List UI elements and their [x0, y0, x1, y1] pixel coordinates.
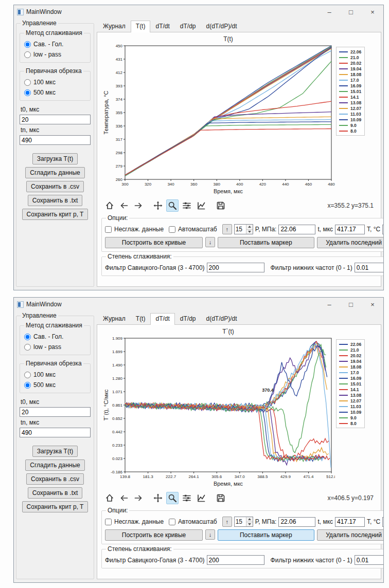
radio-500us[interactable]: 500 мкс — [24, 89, 87, 96]
home-icon[interactable] — [103, 492, 116, 504]
lowpass-filter-input[interactable] — [355, 555, 384, 565]
configure-subplots-icon[interactable] — [181, 492, 193, 504]
radio-500us-input[interactable] — [24, 89, 31, 96]
radio-savgol[interactable]: Сав. - Гол. — [24, 333, 87, 340]
curve-index-spinner[interactable]: 15 — [234, 517, 253, 527]
titlebar[interactable]: MainWindow – □ × — [14, 5, 383, 19]
pressure-input[interactable] — [278, 517, 315, 527]
close-button[interactable]: × — [362, 5, 383, 19]
pressure-input[interactable] — [278, 225, 315, 234]
tn-input[interactable] — [20, 428, 91, 437]
set-marker-button[interactable]: Поставить маркер — [218, 237, 314, 248]
close-button[interactable]: × — [362, 298, 383, 311]
save-csv-button[interactable]: Сохранить в .csv — [26, 181, 84, 192]
smooth-data-button[interactable]: Сгладить данные — [25, 460, 84, 471]
tn-input[interactable] — [20, 135, 91, 145]
time-input[interactable] — [335, 517, 365, 527]
maximize-button[interactable]: □ — [340, 298, 362, 311]
tab-dtdt[interactable]: dT/dt — [150, 313, 174, 325]
delete-marker-button[interactable]: Удалить последний маркер — [317, 237, 384, 248]
radio-lowpass[interactable]: low - pass — [24, 343, 87, 351]
home-icon[interactable] — [103, 199, 116, 212]
radio-lowpass[interactable]: low - pass — [24, 51, 87, 58]
zoom-icon[interactable] — [166, 492, 179, 504]
curve-down-button[interactable]: ↓ — [205, 237, 215, 247]
tab-tt[interactable]: T(t) — [131, 21, 151, 32]
zoom-icon[interactable] — [166, 199, 179, 212]
minimize-button[interactable]: – — [319, 298, 340, 311]
tab-journal[interactable]: Журнал — [98, 21, 131, 32]
back-icon[interactable] — [118, 199, 130, 212]
save-csv-button[interactable]: Сохранить в .csv — [26, 473, 84, 485]
autoscale-checkbox[interactable]: Автомасштаб — [169, 226, 217, 233]
save-icon[interactable] — [215, 199, 227, 212]
tab-dtdt[interactable]: dT/dt — [150, 21, 174, 32]
chart-canvas[interactable]: T`(t)139.8181.3222.7264.1305.6347.0388.5… — [102, 326, 335, 490]
curve-up-button[interactable]: ↑ — [222, 517, 232, 527]
temp-input[interactable] — [382, 517, 384, 527]
set-marker-button[interactable]: Поставить маркер — [218, 529, 314, 541]
save-crit-button[interactable]: Сохранить крит p, T — [22, 209, 89, 220]
radio-100us-input[interactable] — [24, 79, 31, 86]
radio-100us[interactable]: 100 мкс — [24, 371, 87, 378]
raw-data-checkbox-input[interactable] — [105, 226, 112, 233]
tab-dtdp[interactable]: dT/dp — [175, 21, 201, 32]
temp-input[interactable] — [382, 225, 384, 234]
pan-icon[interactable] — [152, 492, 164, 504]
curve-down-button[interactable]: ↓ — [205, 529, 215, 540]
maximize-button[interactable]: □ — [340, 5, 362, 19]
raw-data-checkbox-input[interactable] — [105, 519, 112, 525]
spinner-down-icon[interactable] — [246, 522, 253, 527]
radio-100us[interactable]: 100 мкс — [24, 79, 87, 86]
radio-lowpass-input[interactable] — [24, 344, 31, 351]
savgol-filter-input[interactable] — [207, 263, 264, 272]
forward-icon[interactable] — [132, 199, 145, 212]
build-all-curves-button[interactable]: Построить все кривые — [105, 529, 203, 541]
autoscale-checkbox-input[interactable] — [169, 519, 175, 525]
curve-up-button[interactable]: ↑ — [222, 224, 232, 234]
radio-500us-input[interactable] — [24, 382, 31, 389]
minimize-button[interactable]: – — [319, 5, 340, 19]
configure-subplots-icon[interactable] — [181, 199, 193, 212]
autoscale-checkbox[interactable]: Автомасштаб — [169, 518, 217, 525]
time-input[interactable] — [335, 225, 365, 234]
radio-savgol[interactable]: Сав. - Гол. — [24, 41, 87, 48]
tab-dtdp[interactable]: dT/dp — [175, 313, 201, 324]
build-all-curves-button[interactable]: Построить все кривые — [105, 237, 203, 248]
radio-savgol-input[interactable] — [24, 334, 31, 340]
radio-lowpass-input[interactable] — [24, 51, 31, 58]
save-crit-button[interactable]: Сохранить крит p, T — [22, 501, 89, 512]
edit-curves-icon[interactable] — [195, 199, 207, 212]
autoscale-checkbox-input[interactable] — [169, 226, 175, 233]
chart-canvas[interactable]: T(t)300320340360380400420440460480260279… — [102, 33, 335, 198]
tab-tt[interactable]: T(t) — [131, 313, 151, 324]
delete-marker-button[interactable]: Удалить последний маркер — [317, 529, 384, 541]
save-icon[interactable] — [215, 492, 227, 504]
smooth-data-button[interactable]: Сгладить данные — [25, 167, 84, 178]
forward-icon[interactable] — [132, 492, 145, 504]
raw-data-checkbox[interactable]: Несглаж. данные — [105, 226, 164, 233]
save-txt-button[interactable]: Сохранить в .txt — [28, 487, 83, 499]
spinner-up-icon[interactable] — [246, 517, 253, 522]
t0-input[interactable] — [20, 115, 91, 124]
edit-curves-icon[interactable] — [195, 492, 207, 504]
tab-ddtdpdt[interactable]: d(dT/dP)/dt — [201, 313, 242, 324]
savgol-filter-input[interactable] — [207, 555, 264, 565]
radio-savgol-input[interactable] — [24, 41, 31, 48]
curve-index-spinner[interactable]: 15 — [234, 224, 253, 234]
raw-data-checkbox[interactable]: Несглаж. данные — [105, 518, 164, 525]
spinner-up-icon[interactable] — [246, 225, 253, 229]
t0-input[interactable] — [20, 407, 91, 417]
tab-ddtdpdt[interactable]: d(dT/dP)/dt — [201, 21, 242, 32]
spinner-down-icon[interactable] — [246, 229, 253, 234]
lowpass-filter-input[interactable] — [355, 263, 384, 272]
load-tt-button[interactable]: Загрузка T(t) — [32, 446, 78, 457]
pan-icon[interactable] — [152, 199, 164, 212]
save-txt-button[interactable]: Сохранить в .txt — [28, 195, 83, 206]
titlebar[interactable]: MainWindow – □ × — [14, 298, 383, 311]
radio-100us-input[interactable] — [24, 372, 31, 378]
radio-500us[interactable]: 500 мкс — [24, 381, 87, 389]
back-icon[interactable] — [118, 492, 130, 504]
tab-journal[interactable]: Журнал — [98, 313, 131, 324]
load-tt-button[interactable]: Загрузка T(t) — [32, 153, 78, 164]
